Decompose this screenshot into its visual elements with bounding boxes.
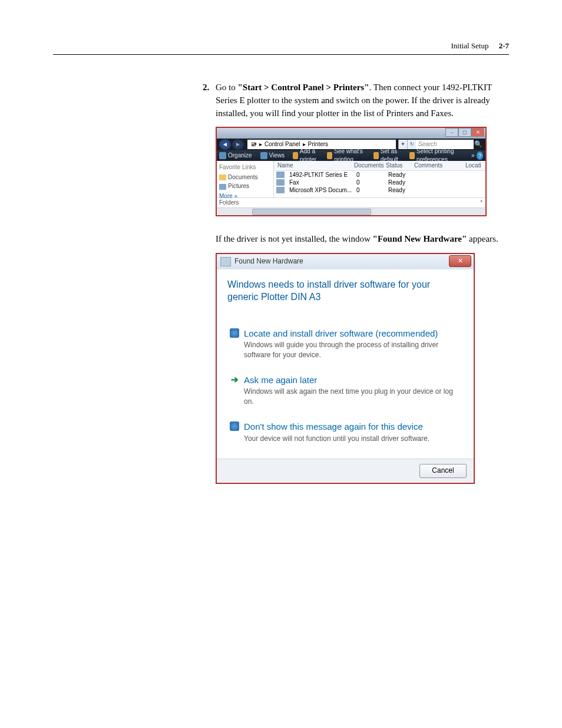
sidebar: Favorite Links Documents Pictures More » bbox=[217, 161, 273, 197]
dialog-body: Windows needs to install driver software… bbox=[217, 269, 474, 459]
table-row[interactable]: 1492-PLTKIT Series E 0 Ready bbox=[274, 171, 485, 179]
step-number: 2. bbox=[203, 81, 209, 94]
mid-post: appears. bbox=[467, 234, 498, 243]
header-rule bbox=[53, 54, 509, 55]
add-printer-icon bbox=[293, 152, 298, 159]
option-desc: Your device will not function until you … bbox=[244, 434, 429, 443]
option-ask-later[interactable]: ➔ Ask me again later Windows will ask ag… bbox=[227, 369, 463, 411]
folder-icon bbox=[219, 174, 226, 180]
option-desc: Windows will ask again the next time you… bbox=[244, 387, 461, 406]
option-desc: Windows will guide you through the proce… bbox=[244, 340, 461, 359]
views-menu[interactable]: Views ▼ bbox=[260, 151, 290, 160]
scrollbar-thumb[interactable] bbox=[252, 209, 371, 215]
set-default-icon bbox=[373, 152, 379, 159]
page-number: 2-7 bbox=[499, 41, 509, 50]
pictures-icon bbox=[219, 184, 226, 190]
views-icon bbox=[260, 152, 267, 159]
table-row[interactable]: Fax 0 Ready bbox=[274, 179, 485, 186]
option-title: Locate and install driver software (reco… bbox=[244, 327, 461, 340]
section-title: Initial Setup bbox=[451, 41, 488, 50]
see-printing-icon bbox=[327, 152, 332, 159]
mid-bold: "Found New Hardware" bbox=[373, 234, 467, 243]
help-icon[interactable]: ? bbox=[477, 151, 483, 160]
sidebar-item-pictures[interactable]: Pictures bbox=[219, 182, 271, 191]
chevron-up-icon: ˄ bbox=[480, 199, 483, 207]
sidebar-item-documents[interactable]: Documents bbox=[219, 173, 271, 182]
page-header: Initial Setup 2-7 bbox=[451, 41, 509, 51]
organize-menu[interactable]: Organize ▼ bbox=[219, 151, 258, 160]
breadcrumb-root-icon: 🖳 bbox=[251, 140, 257, 149]
dialog-title: Found New Hardware bbox=[234, 256, 303, 266]
minimize-button[interactable]: – bbox=[445, 128, 458, 137]
dialog-message: Windows needs to install driver software… bbox=[227, 279, 463, 304]
window-titlebar: – ▢ ✕ bbox=[217, 128, 485, 139]
list-pane: Name Documents Status Comments Locati 14… bbox=[273, 161, 485, 197]
printer-icon bbox=[276, 172, 285, 178]
back-button[interactable]: ◄ bbox=[219, 139, 231, 150]
option-locate-install[interactable]: Locate and install driver software (reco… bbox=[227, 322, 463, 364]
printer-icon bbox=[276, 179, 285, 186]
window-controls: – ▢ ✕ bbox=[445, 128, 484, 137]
col-location[interactable]: Locati bbox=[465, 162, 485, 170]
found-new-hardware-figure: Found New Hardware ✕ Windows needs to in… bbox=[216, 253, 475, 484]
step-text-pre: Go to bbox=[216, 83, 238, 92]
forward-button[interactable]: ► bbox=[232, 139, 244, 150]
option-title: Ask me again later bbox=[244, 374, 461, 387]
organize-icon bbox=[219, 152, 226, 159]
table-row[interactable]: Microsoft XPS Docum... 0 Ready bbox=[274, 186, 485, 194]
shield-icon bbox=[230, 421, 239, 431]
mid-pre: If the driver is not yet installed, the … bbox=[216, 234, 373, 243]
step-path: "Start > Control Panel > Printers" bbox=[238, 83, 369, 92]
arrow-icon: ➔ bbox=[230, 375, 239, 384]
printer-icon bbox=[276, 187, 285, 193]
col-documents[interactable]: Documents bbox=[354, 162, 386, 170]
body-content: 2. Go to "Start > Control Panel > Printe… bbox=[216, 81, 509, 500]
close-button[interactable]: ✕ bbox=[471, 128, 484, 137]
horizontal-scrollbar[interactable] bbox=[217, 207, 485, 215]
col-status[interactable]: Status bbox=[386, 162, 414, 170]
maximize-button[interactable]: ▢ bbox=[458, 128, 471, 137]
explorer-body: Favorite Links Documents Pictures More »… bbox=[217, 161, 485, 197]
col-name[interactable]: Name bbox=[274, 162, 354, 170]
step-2-paragraph: 2. Go to "Start > Control Panel > Printe… bbox=[216, 81, 509, 120]
cancel-button[interactable]: Cancel bbox=[419, 464, 467, 478]
close-button[interactable]: ✕ bbox=[449, 255, 471, 267]
dialog-footer: Cancel bbox=[217, 459, 474, 483]
hardware-icon bbox=[220, 257, 231, 266]
favorite-links-header: Favorite Links bbox=[219, 163, 271, 172]
option-dont-show[interactable]: Don't show this message again for this d… bbox=[227, 416, 463, 448]
search-icon[interactable]: 🔍 bbox=[474, 140, 483, 149]
toolbar-overflow[interactable]: » bbox=[471, 151, 475, 160]
mid-paragraph: If the driver is not yet installed, the … bbox=[216, 233, 509, 246]
shield-icon bbox=[230, 328, 239, 338]
list-header: Name Documents Status Comments Locati bbox=[274, 161, 485, 171]
folders-label: Folders bbox=[219, 199, 239, 207]
toolbar: Organize ▼ Views ▼ Add a printer See wha… bbox=[217, 150, 485, 161]
col-comments[interactable]: Comments bbox=[414, 162, 465, 170]
printers-window-figure: – ▢ ✕ ◄ ► 🖳▸ Control Panel▸ Printers ▼ ↻… bbox=[216, 127, 487, 216]
option-title: Don't show this message again for this d… bbox=[244, 420, 429, 433]
printing-prefs-icon bbox=[409, 152, 415, 159]
dialog-titlebar: Found New Hardware ✕ bbox=[217, 254, 474, 269]
